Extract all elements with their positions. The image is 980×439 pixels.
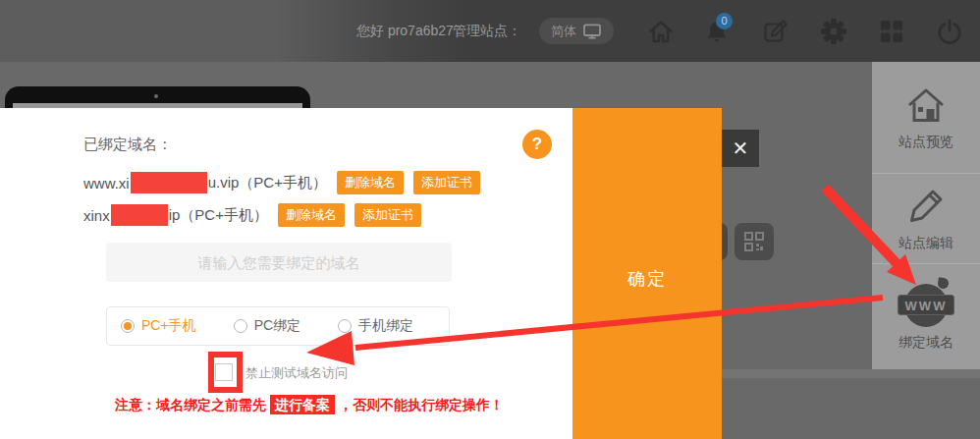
bind-domain-dialog: 已绑定域名： www.xi u.vip（PC+手机） 删除域名 添加证书 xin… [0, 108, 572, 439]
radio-label: PC绑定 [254, 317, 300, 335]
edit-icon [762, 18, 789, 45]
grid-icon [879, 19, 904, 44]
add-certificate-button[interactable]: 添加证书 [354, 203, 421, 227]
domain-text-prefix: xinx [83, 207, 110, 224]
home-icon [647, 18, 675, 45]
radio-dot-selected [121, 319, 135, 333]
radio-label: 手机绑定 [358, 317, 413, 335]
sidebar-item-site-preview[interactable]: 站点预览 [872, 62, 980, 174]
monitor-icon [582, 24, 602, 39]
www-globe-icon: WWW [898, 282, 954, 327]
language-label: 简体 [551, 23, 576, 40]
power-icon [936, 18, 963, 45]
home-button[interactable] [646, 17, 676, 46]
laptop-camera-dot [154, 94, 158, 98]
radio-mobile-only[interactable]: 手机绑定 [338, 317, 413, 335]
add-certificate-button[interactable]: 添加证书 [413, 171, 480, 194]
help-button[interactable]: ? [522, 130, 552, 159]
manage-site-label: 管理站点： [453, 23, 521, 40]
apps-grid-button[interactable] [877, 17, 906, 46]
bottom-strip [722, 369, 980, 378]
radio-dot [234, 319, 247, 333]
domain-text-suffix: ip（PC+手机） [169, 206, 268, 225]
bind-mode-group: PC+手机 PC绑定 手机绑定 [106, 306, 450, 346]
app-root: 您好 pro7a6b27 管理站点： 简体 0 [0, 0, 980, 439]
redaction-box [111, 204, 168, 226]
checkbox-label: 禁止测试域名访问 [245, 364, 348, 382]
domain-text-prefix: www.xi [83, 175, 130, 192]
bound-domain-row: xinx ip（PC+手机） 删除域名 添加证书 [83, 203, 421, 227]
logout-button[interactable] [935, 17, 964, 46]
icp-filing-link[interactable]: 进行备案 [270, 395, 335, 414]
domain-text-suffix: u.vip（PC+手机） [208, 174, 327, 192]
sidebar-item-label: 站点预览 [898, 134, 953, 151]
sidebar-item-label: 站点编辑 [898, 235, 953, 252]
user-greeting: 您好 pro7a6b27 [356, 23, 454, 40]
pencil-icon [904, 185, 948, 228]
disable-test-domain-checkbox[interactable] [215, 363, 233, 381]
radio-pc-and-mobile[interactable]: PC+手机 [121, 317, 196, 335]
gear-icon [820, 18, 847, 45]
sidebar-item-label: 绑定域名 [898, 334, 953, 352]
delete-domain-button[interactable]: 删除域名 [278, 203, 345, 227]
edit-button[interactable] [761, 17, 790, 46]
domain-input[interactable] [106, 243, 452, 282]
top-admin-bar: 您好 pro7a6b27 管理站点： 简体 0 [0, 0, 980, 62]
radio-pc-only[interactable]: PC绑定 [234, 317, 300, 335]
qr-code-button[interactable] [735, 223, 774, 260]
close-dialog-button[interactable]: ✕ [722, 130, 759, 167]
right-sidebar: 站点预览 站点编辑 WWW 绑定域名 [872, 62, 980, 369]
www-band-text: WWW [898, 295, 954, 315]
confirm-button-label: 确定 [572, 267, 722, 291]
bound-domain-row: www.xi u.vip（PC+手机） 删除域名 添加证书 [83, 171, 480, 194]
house-icon [904, 83, 948, 127]
note-prefix: 注意：域名绑定之前需先 [115, 397, 266, 412]
note-suffix: ，否则不能执行绑定操作！ [339, 397, 504, 412]
confirm-button[interactable]: 确定 [572, 108, 722, 439]
settings-button[interactable] [819, 17, 848, 46]
notification-badge: 0 [716, 13, 733, 29]
bound-domains-label: 已绑定域名： [83, 136, 172, 154]
icp-note: 注意：域名绑定之前需先进行备案，否则不能执行绑定操作！ [115, 397, 504, 414]
radio-dot [338, 319, 352, 333]
sidebar-item-bind-domain[interactable]: WWW 绑定域名 [872, 264, 980, 369]
qr-code-icon [743, 231, 765, 252]
language-switch-button[interactable]: 简体 [539, 18, 614, 44]
delete-domain-button[interactable]: 删除域名 [337, 171, 404, 194]
radio-label: PC+手机 [141, 317, 196, 335]
redaction-box [131, 172, 207, 193]
sidebar-item-site-edit[interactable]: 站点编辑 [872, 174, 980, 264]
